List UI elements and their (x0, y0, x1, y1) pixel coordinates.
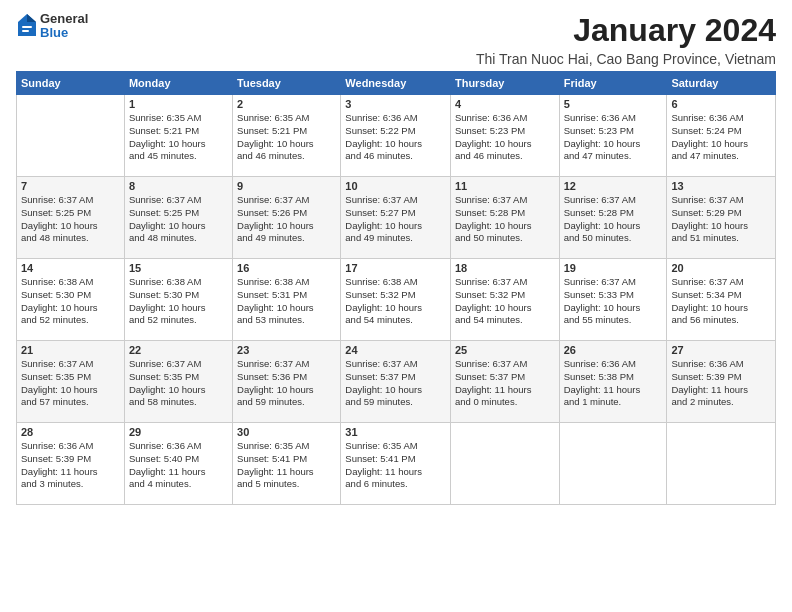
calendar-week-3: 14Sunrise: 6:38 AMSunset: 5:30 PMDayligh… (17, 259, 776, 341)
calendar-week-1: 1Sunrise: 6:35 AMSunset: 5:21 PMDaylight… (17, 95, 776, 177)
cell-text: Sunrise: 6:36 AMSunset: 5:38 PMDaylight:… (564, 358, 663, 409)
logo-blue-text: Blue (40, 26, 88, 40)
cell-text: Sunrise: 6:35 AMSunset: 5:41 PMDaylight:… (237, 440, 336, 491)
cell-text: Sunrise: 6:35 AMSunset: 5:21 PMDaylight:… (237, 112, 336, 163)
day-number: 8 (129, 180, 228, 192)
day-number: 25 (455, 344, 555, 356)
calendar-cell: 11Sunrise: 6:37 AMSunset: 5:28 PMDayligh… (450, 177, 559, 259)
svg-marker-1 (27, 14, 36, 22)
calendar-cell: 1Sunrise: 6:35 AMSunset: 5:21 PMDaylight… (124, 95, 232, 177)
calendar-cell: 10Sunrise: 6:37 AMSunset: 5:27 PMDayligh… (341, 177, 451, 259)
calendar-cell: 29Sunrise: 6:36 AMSunset: 5:40 PMDayligh… (124, 423, 232, 505)
day-number: 26 (564, 344, 663, 356)
cell-text: Sunrise: 6:36 AMSunset: 5:39 PMDaylight:… (21, 440, 120, 491)
day-number: 10 (345, 180, 446, 192)
cell-text: Sunrise: 6:37 AMSunset: 5:26 PMDaylight:… (237, 194, 336, 245)
cell-text: Sunrise: 6:37 AMSunset: 5:27 PMDaylight:… (345, 194, 446, 245)
day-number: 5 (564, 98, 663, 110)
day-number: 4 (455, 98, 555, 110)
header: General Blue January 2024 Thi Tran Nuoc … (16, 12, 776, 67)
header-sunday: Sunday (17, 72, 125, 95)
calendar-cell: 30Sunrise: 6:35 AMSunset: 5:41 PMDayligh… (233, 423, 341, 505)
cell-text: Sunrise: 6:37 AMSunset: 5:25 PMDaylight:… (129, 194, 228, 245)
day-number: 24 (345, 344, 446, 356)
day-number: 15 (129, 262, 228, 274)
cell-text: Sunrise: 6:35 AMSunset: 5:41 PMDaylight:… (345, 440, 446, 491)
logo-general-text: General (40, 12, 88, 26)
cell-text: Sunrise: 6:37 AMSunset: 5:28 PMDaylight:… (564, 194, 663, 245)
calendar-cell (450, 423, 559, 505)
logo: General Blue (16, 12, 88, 41)
calendar-cell: 16Sunrise: 6:38 AMSunset: 5:31 PMDayligh… (233, 259, 341, 341)
cell-text: Sunrise: 6:36 AMSunset: 5:24 PMDaylight:… (671, 112, 771, 163)
day-number: 12 (564, 180, 663, 192)
cell-text: Sunrise: 6:37 AMSunset: 5:32 PMDaylight:… (455, 276, 555, 327)
day-number: 17 (345, 262, 446, 274)
cell-text: Sunrise: 6:37 AMSunset: 5:37 PMDaylight:… (345, 358, 446, 409)
calendar-cell: 21Sunrise: 6:37 AMSunset: 5:35 PMDayligh… (17, 341, 125, 423)
svg-rect-2 (22, 26, 32, 28)
day-number: 28 (21, 426, 120, 438)
svg-rect-3 (22, 30, 29, 32)
cell-text: Sunrise: 6:36 AMSunset: 5:23 PMDaylight:… (564, 112, 663, 163)
calendar-cell: 5Sunrise: 6:36 AMSunset: 5:23 PMDaylight… (559, 95, 667, 177)
day-number: 7 (21, 180, 120, 192)
day-number: 11 (455, 180, 555, 192)
day-number: 22 (129, 344, 228, 356)
calendar-header-row: Sunday Monday Tuesday Wednesday Thursday… (17, 72, 776, 95)
cell-text: Sunrise: 6:35 AMSunset: 5:21 PMDaylight:… (129, 112, 228, 163)
calendar-cell: 15Sunrise: 6:38 AMSunset: 5:30 PMDayligh… (124, 259, 232, 341)
calendar-cell: 14Sunrise: 6:38 AMSunset: 5:30 PMDayligh… (17, 259, 125, 341)
calendar-cell: 2Sunrise: 6:35 AMSunset: 5:21 PMDaylight… (233, 95, 341, 177)
cell-text: Sunrise: 6:38 AMSunset: 5:30 PMDaylight:… (129, 276, 228, 327)
cell-text: Sunrise: 6:37 AMSunset: 5:34 PMDaylight:… (671, 276, 771, 327)
day-number: 27 (671, 344, 771, 356)
calendar-cell: 3Sunrise: 6:36 AMSunset: 5:22 PMDaylight… (341, 95, 451, 177)
title-section: January 2024 Thi Tran Nuoc Hai, Cao Bang… (476, 12, 776, 67)
cell-text: Sunrise: 6:37 AMSunset: 5:36 PMDaylight:… (237, 358, 336, 409)
logo-icon (16, 12, 38, 40)
day-number: 29 (129, 426, 228, 438)
day-number: 9 (237, 180, 336, 192)
header-monday: Monday (124, 72, 232, 95)
calendar-cell: 31Sunrise: 6:35 AMSunset: 5:41 PMDayligh… (341, 423, 451, 505)
day-number: 14 (21, 262, 120, 274)
calendar-cell: 12Sunrise: 6:37 AMSunset: 5:28 PMDayligh… (559, 177, 667, 259)
header-tuesday: Tuesday (233, 72, 341, 95)
calendar-week-4: 21Sunrise: 6:37 AMSunset: 5:35 PMDayligh… (17, 341, 776, 423)
day-number: 31 (345, 426, 446, 438)
cell-text: Sunrise: 6:37 AMSunset: 5:29 PMDaylight:… (671, 194, 771, 245)
calendar-cell: 8Sunrise: 6:37 AMSunset: 5:25 PMDaylight… (124, 177, 232, 259)
cell-text: Sunrise: 6:36 AMSunset: 5:40 PMDaylight:… (129, 440, 228, 491)
main-title: January 2024 (476, 12, 776, 49)
subtitle: Thi Tran Nuoc Hai, Cao Bang Province, Vi… (476, 51, 776, 67)
cell-text: Sunrise: 6:38 AMSunset: 5:32 PMDaylight:… (345, 276, 446, 327)
day-number: 19 (564, 262, 663, 274)
day-number: 16 (237, 262, 336, 274)
day-number: 1 (129, 98, 228, 110)
cell-text: Sunrise: 6:37 AMSunset: 5:35 PMDaylight:… (129, 358, 228, 409)
cell-text: Sunrise: 6:37 AMSunset: 5:37 PMDaylight:… (455, 358, 555, 409)
day-number: 30 (237, 426, 336, 438)
calendar-cell (559, 423, 667, 505)
calendar-cell: 17Sunrise: 6:38 AMSunset: 5:32 PMDayligh… (341, 259, 451, 341)
header-thursday: Thursday (450, 72, 559, 95)
calendar-week-2: 7Sunrise: 6:37 AMSunset: 5:25 PMDaylight… (17, 177, 776, 259)
calendar-cell: 19Sunrise: 6:37 AMSunset: 5:33 PMDayligh… (559, 259, 667, 341)
day-number: 21 (21, 344, 120, 356)
calendar-cell: 23Sunrise: 6:37 AMSunset: 5:36 PMDayligh… (233, 341, 341, 423)
calendar-cell: 18Sunrise: 6:37 AMSunset: 5:32 PMDayligh… (450, 259, 559, 341)
header-friday: Friday (559, 72, 667, 95)
calendar-cell: 9Sunrise: 6:37 AMSunset: 5:26 PMDaylight… (233, 177, 341, 259)
calendar-cell: 6Sunrise: 6:36 AMSunset: 5:24 PMDaylight… (667, 95, 776, 177)
cell-text: Sunrise: 6:36 AMSunset: 5:39 PMDaylight:… (671, 358, 771, 409)
cell-text: Sunrise: 6:36 AMSunset: 5:22 PMDaylight:… (345, 112, 446, 163)
calendar-cell (17, 95, 125, 177)
day-number: 6 (671, 98, 771, 110)
day-number: 2 (237, 98, 336, 110)
cell-text: Sunrise: 6:37 AMSunset: 5:25 PMDaylight:… (21, 194, 120, 245)
calendar-cell: 7Sunrise: 6:37 AMSunset: 5:25 PMDaylight… (17, 177, 125, 259)
calendar-cell (667, 423, 776, 505)
cell-text: Sunrise: 6:38 AMSunset: 5:30 PMDaylight:… (21, 276, 120, 327)
cell-text: Sunrise: 6:36 AMSunset: 5:23 PMDaylight:… (455, 112, 555, 163)
